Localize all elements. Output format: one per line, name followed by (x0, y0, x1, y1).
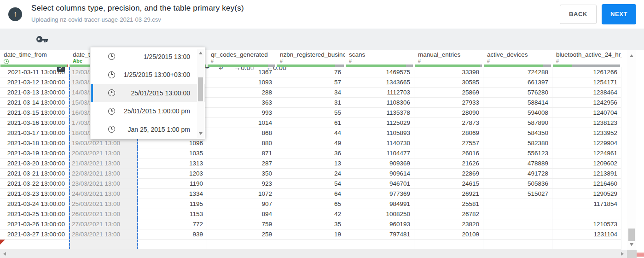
table-cell[interactable]: 1213891 (552, 169, 621, 178)
table-cell[interactable]: 2021-03-22 13:00:00 (0, 179, 69, 188)
table-cell[interactable]: 661397 (483, 77, 552, 87)
table-cell[interactable]: 1254171 (552, 77, 621, 87)
table-cell[interactable]: 1014 (207, 118, 276, 128)
table-cell[interactable]: 977369 (345, 189, 414, 199)
table-cell[interactable]: 20/03/2021 13:00 (69, 148, 138, 158)
table-cell[interactable]: 28/03/2021 13:00 (69, 229, 138, 239)
table-cell[interactable]: 1216460 (552, 179, 621, 188)
table-cell[interactable]: 1195 (138, 199, 207, 209)
dropdown-scroll-down-button[interactable] (199, 132, 203, 135)
table-cell[interactable]: 26/03/2021 13:00 (69, 209, 138, 219)
table-cell[interactable]: 287 (207, 158, 276, 168)
table-cell[interactable]: 2021-03-17 13:00:00 (0, 128, 69, 138)
table-cell[interactable]: 2021-03-19 13:00:00 (0, 148, 69, 158)
table-cell[interactable]: 2021-03-16 13:00:00 (0, 118, 69, 128)
table-cell[interactable]: 960193 (345, 219, 414, 229)
table-cell[interactable]: 584350 (483, 128, 552, 138)
table-cell[interactable]: 797481 (345, 229, 414, 239)
table-cell[interactable]: 54 (276, 179, 345, 188)
table-cell[interactable]: 576280 (483, 88, 552, 97)
table-cell[interactable]: 36 (276, 148, 345, 158)
vertical-scrollbar[interactable] (627, 50, 636, 250)
vertical-scroll-thumb[interactable] (628, 229, 635, 241)
page-hscroll-thumb[interactable] (637, 252, 644, 257)
table-cell[interactable]: 1108306 (345, 98, 414, 107)
table-cell[interactable]: 1093 (207, 77, 276, 87)
column-header-nzbn_registered_busine[interactable]: nzbn_registered_busine# (276, 50, 345, 67)
table-cell[interactable]: 894 (207, 209, 276, 219)
table-cell[interactable]: 1290529 (552, 189, 621, 199)
next-button[interactable]: NEXT (602, 4, 636, 24)
table-cell[interactable]: 1210573 (552, 219, 621, 229)
table-cell[interactable]: 1261266 (552, 67, 621, 77)
table-cell[interactable] (207, 240, 276, 249)
table-cell[interactable]: 61 (276, 118, 345, 128)
table-cell[interactable]: 909369 (345, 158, 414, 168)
scroll-up-button[interactable] (630, 54, 633, 57)
table-cell[interactable]: 33398 (414, 67, 483, 77)
table-cell[interactable]: 31 (276, 98, 345, 107)
table-cell[interactable]: 27/03/2021 13:00 (69, 219, 138, 229)
table-cell[interactable]: 491728 (483, 169, 552, 178)
table-cell[interactable]: 1240704 (552, 108, 621, 117)
table-cell[interactable] (345, 240, 414, 249)
table-cell[interactable]: 26921 (414, 189, 483, 199)
table-cell[interactable]: 24 (276, 169, 345, 178)
table-cell[interactable]: 1104477 (345, 148, 414, 158)
table-cell[interactable]: 1112703 (345, 88, 414, 97)
table-cell[interactable]: 26782 (414, 209, 483, 219)
table-cell[interactable] (483, 229, 552, 239)
table-cell[interactable]: 1153 (138, 209, 207, 219)
table-cell[interactable] (552, 240, 621, 249)
table-cell[interactable]: 588414 (483, 98, 552, 107)
table-cell[interactable]: 1096 (138, 138, 207, 148)
back-button[interactable]: BACK (560, 5, 597, 24)
table-cell[interactable]: 49 (276, 138, 345, 148)
table-cell[interactable] (414, 240, 483, 249)
table-cell[interactable]: 1469575 (345, 67, 414, 77)
table-cell[interactable]: 27873 (414, 118, 483, 128)
scroll-right-button[interactable] (621, 252, 624, 256)
table-cell[interactable]: 13 (276, 158, 345, 168)
table-cell[interactable] (0, 240, 69, 249)
table-cell[interactable]: 2021-03-15 13:00:00 (0, 108, 69, 117)
table-cell[interactable]: 2021-03-13 13:00:00 (0, 88, 69, 97)
table-cell[interactable]: 44 (276, 128, 345, 138)
table-cell[interactable]: 946701 (345, 179, 414, 188)
table-cell[interactable]: 868 (207, 128, 276, 138)
column-header-scans[interactable]: scans# (345, 50, 414, 67)
scroll-left-button[interactable] (3, 252, 6, 256)
table-cell[interactable]: 26016 (414, 148, 483, 158)
table-cell[interactable]: 907 (207, 199, 276, 209)
table-cell[interactable]: 939 (138, 229, 207, 239)
table-cell[interactable]: 2021-03-25 13:00:00 (0, 209, 69, 219)
table-cell[interactable]: 1035 (138, 148, 207, 158)
table-cell[interactable]: 76 (276, 67, 345, 77)
table-cell[interactable]: 27557 (414, 138, 483, 148)
table-cell[interactable]: 2021-03-20 13:00:00 (0, 158, 69, 168)
table-cell[interactable]: 772 (138, 219, 207, 229)
table-cell[interactable]: 1072 (207, 189, 276, 199)
dropdown-scroll-up-button[interactable] (199, 52, 203, 54)
table-cell[interactable]: 1229904 (552, 138, 621, 148)
table-cell[interactable]: 478889 (483, 158, 552, 168)
table-cell[interactable]: 759 (207, 219, 276, 229)
table-cell[interactable] (138, 240, 207, 249)
table-cell[interactable]: 1343665 (345, 77, 414, 87)
table-cell[interactable]: 2021-03-26 13:00:00 (0, 219, 69, 229)
table-cell[interactable]: 1224961 (552, 148, 621, 158)
table-cell[interactable]: 1203 (138, 169, 207, 178)
table-cell[interactable]: 350 (207, 169, 276, 178)
date-format-option[interactable]: 25/01/2015 13:00:00 (91, 84, 205, 102)
table-cell[interactable]: 2021-03-23 13:00:00 (0, 189, 69, 199)
table-cell[interactable]: 24/03/2021 13:00 (69, 189, 138, 199)
table-cell[interactable]: 2021-03-14 13:00:00 (0, 98, 69, 107)
table-cell[interactable]: 22869 (414, 169, 483, 178)
table-cell[interactable]: 2021-03-12 13:00:00 (0, 77, 69, 87)
table-cell[interactable]: 21626 (414, 158, 483, 168)
scroll-down-button[interactable] (630, 243, 633, 246)
table-cell[interactable]: 1238123 (552, 118, 621, 128)
table-cell[interactable]: 34 (276, 88, 345, 97)
table-cell[interactable]: 64 (276, 189, 345, 199)
table-cell[interactable]: 2021-03-24 13:00:00 (0, 199, 69, 209)
